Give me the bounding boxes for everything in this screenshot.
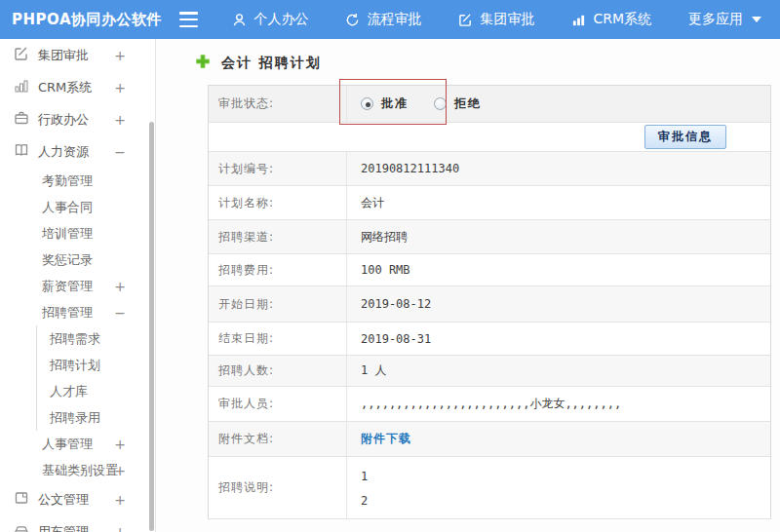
top-bar: PHPOA协同办公软件 个人办公 流程审批 集团审批 CRM系统 (0, 0, 780, 39)
field-value: 会计 (347, 186, 770, 219)
sidebar-item-label: 集团审批 (38, 47, 89, 64)
field-label: 招聘费用: (209, 254, 347, 285)
sidebar-item-label: 招聘管理 (42, 304, 93, 322)
hamburger-icon[interactable] (179, 12, 199, 27)
app-logo: PHPOA协同办公软件 (0, 11, 166, 29)
field-label: 附件文档: (209, 422, 347, 456)
field-label: 审批状态: (209, 86, 347, 122)
expand-toggle[interactable]: + (114, 492, 126, 508)
sidebar-item-label: 人才库 (50, 383, 88, 400)
plus-icon (195, 54, 211, 72)
radio-label: 拒绝 (454, 95, 482, 112)
sidebar-item-recruit-mgmt[interactable]: 招聘管理 − (0, 299, 155, 325)
sidebar-item-label: 考勤管理 (42, 172, 93, 190)
main-content: 会计 招聘计划 审批状态: 批准 拒绝 审 (156, 39, 780, 532)
sidebar-item-label: 培训管理 (42, 225, 93, 243)
row-attachment: 附件文档: 附件下载 (209, 422, 770, 457)
field-value: 2019-08-31 (347, 323, 770, 355)
radio-reject[interactable]: 拒绝 (434, 95, 482, 112)
field-label: 计划编号: (209, 152, 347, 185)
row-approval-status: 审批状态: 批准 拒绝 (209, 86, 770, 123)
collapse-toggle[interactable]: − (114, 144, 126, 160)
field-label: 招聘人数: (209, 356, 347, 386)
expand-toggle[interactable]: + (114, 80, 126, 95)
book-icon (14, 142, 29, 161)
row-plan-number: 计划编号: 20190812111340 (209, 152, 770, 186)
sidebar-item-training[interactable]: 培训管理 (0, 220, 155, 247)
page-title: 会计 招聘计划 (195, 54, 322, 72)
expand-toggle[interactable]: + (114, 279, 126, 294)
row-approve-info: 审批信息 (209, 123, 770, 152)
expand-toggle[interactable]: + (114, 463, 126, 478)
nav-more-apps[interactable]: 更多应用 (670, 11, 780, 28)
field-label: 招聘说明: (209, 457, 347, 518)
briefcase-icon (14, 110, 29, 129)
nav-personal-office[interactable]: 个人办公 (214, 11, 327, 28)
field-value: 2019-08-12 (347, 286, 770, 322)
sidebar-item-human-resources[interactable]: 人力资源 − (0, 135, 155, 168)
sidebar-item-document-mgmt[interactable]: 公文管理 + (0, 483, 155, 515)
expand-toggle[interactable]: + (114, 524, 126, 532)
sidebar-item-label: 招聘计划 (50, 357, 100, 374)
sidebar-item-talent-pool[interactable]: 人才库 (36, 378, 155, 404)
sidebar-item-base-category[interactable]: 基础类别设置 + (0, 457, 155, 483)
row-headcount: 招聘人数: 1 人 (209, 356, 770, 387)
field-label: 审批人员: (209, 387, 347, 421)
expand-toggle[interactable]: + (114, 48, 126, 63)
radio-button-unchecked[interactable] (434, 97, 447, 110)
car-icon (14, 522, 29, 532)
sidebar-item-label: CRM系统 (38, 79, 92, 96)
user-icon (232, 13, 247, 27)
sidebar-item-label: 基础类别设置 (42, 462, 118, 479)
nav-label: CRM系统 (593, 11, 651, 28)
attachment-download-link[interactable]: 附件下载 (361, 431, 411, 447)
document-icon (14, 490, 29, 509)
nav-group-approval[interactable]: 集团审批 (440, 11, 553, 28)
row-recruit-channel: 招聘渠道: 网络招聘 (209, 220, 770, 254)
sidebar-item-label: 招聘录用 (50, 409, 100, 427)
expand-toggle[interactable]: + (114, 112, 126, 128)
sidebar-item-label: 人力资源 (38, 143, 89, 161)
history-icon (345, 13, 360, 27)
row-description: 招聘说明: 1 2 (209, 457, 770, 519)
caret-down-icon (752, 17, 761, 22)
field-value: 1 人 (347, 356, 770, 386)
radio-approve[interactable]: 批准 (361, 95, 409, 112)
radio-button-checked[interactable] (361, 97, 373, 110)
field-label: 结束日期: (209, 323, 347, 355)
sidebar-item-crm[interactable]: CRM系统 + (0, 71, 155, 103)
chart-icon (14, 78, 29, 96)
nav-label: 流程审批 (367, 11, 421, 28)
sidebar-item-vehicle-mgmt[interactable]: 用车管理 + (0, 515, 155, 532)
field-value: 1 2 (347, 457, 770, 518)
nav-label: 个人办公 (254, 11, 308, 28)
sidebar-item-group-approval[interactable]: 集团审批 + (0, 39, 155, 71)
edit-icon (458, 13, 473, 27)
sidebar-item-salary[interactable]: 薪资管理 + (0, 273, 155, 299)
collapse-toggle[interactable]: − (114, 305, 126, 321)
nav-label: 更多应用 (688, 11, 743, 28)
sidebar-item-attendance[interactable]: 考勤管理 (0, 168, 155, 194)
expand-toggle[interactable]: + (114, 437, 126, 452)
row-approvers: 审批人员: ,,,,,,,,,,,,,,,,,,,,,,,,小龙女,,,,,,,… (209, 387, 770, 422)
field-value: 100 RMB (347, 254, 770, 285)
sidebar-item-recruit-plan[interactable]: 招聘计划 (36, 352, 155, 378)
field-label: 开始日期: (209, 286, 347, 322)
radio-label: 批准 (381, 95, 409, 112)
sidebar-scrollbar[interactable] (149, 122, 154, 531)
sidebar-item-recruit-demand[interactable]: 招聘需求 (36, 325, 155, 352)
sidebar-item-rewards[interactable]: 奖惩记录 (0, 247, 155, 273)
sidebar-item-hr-contract[interactable]: 人事合同 (0, 194, 155, 220)
nav-crm-system[interactable]: CRM系统 (553, 11, 670, 28)
sidebar-item-label: 薪资管理 (42, 278, 93, 295)
row-plan-name: 计划名称: 会计 (209, 186, 770, 220)
field-value: 20190812111340 (347, 152, 770, 185)
nav-process-approval[interactable]: 流程审批 (327, 11, 440, 28)
sidebar-item-admin-office[interactable]: 行政办公 + (0, 103, 155, 135)
field-value: 网络招聘 (347, 220, 770, 253)
sidebar-item-personnel-mgmt[interactable]: 人事管理 + (0, 431, 155, 457)
sidebar-item-recruit-hire[interactable]: 招聘录用 (36, 404, 155, 431)
sidebar-item-label: 用车管理 (38, 523, 89, 532)
approve-info-button[interactable]: 审批信息 (644, 125, 726, 149)
chart-icon (571, 13, 586, 27)
